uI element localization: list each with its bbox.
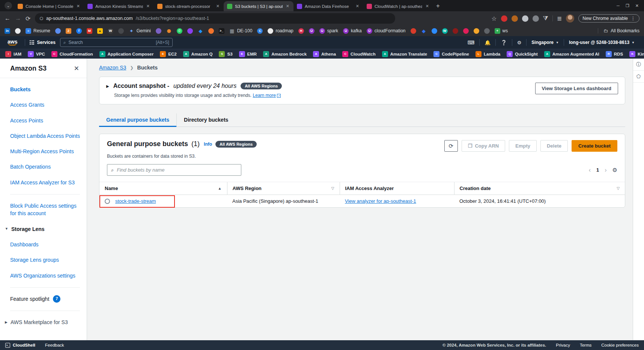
extensions-puzzle-icon[interactable]: ⧩ [543,15,548,22]
services-menu-button[interactable]: Services [30,40,55,45]
favorite-rds[interactable]: RRDS [606,51,623,57]
bookmark-terminal[interactable]: >_ [219,28,224,34]
expand-triangle-icon[interactable]: ▶ [106,84,109,88]
sidebar-item-storage-lens[interactable]: ▼Storage Lens [5,225,80,233]
account-menu[interactable]: long-user @ 5248-1038-8613 ▼ [564,40,639,45]
sidebar-item-buckets[interactable]: Buckets [10,86,80,93]
bookmark-github[interactable] [15,28,21,34]
favorite-kinesis[interactable]: KKinesis [629,51,644,57]
bucket-name-link[interactable]: stock-trade-stream [115,198,156,204]
empty-button[interactable]: Empty [509,140,537,152]
page-number[interactable]: 1 [596,167,599,173]
favorite-quicksight[interactable]: QQuickSight [507,51,538,57]
sidebar-item-batch-operations[interactable]: Batch Operations [10,163,80,170]
favorite-cloudformation[interactable]: CCloudFormation [51,51,93,57]
favorite-iam[interactable]: IIAM [5,51,21,57]
bookmark-zoom[interactable] [432,28,437,34]
bookmark-whatsapp[interactable]: ✆ [177,28,182,34]
sidebar-item-block-public-access-settings-for-this-ac[interactable]: Block Public Access settings for this ac… [10,202,80,217]
find-buckets-input[interactable]: ⌕ Find buckets by name [107,164,241,176]
bookmark-cloudformation-bm[interactable]: ÜcloudFormation [367,28,406,34]
bookmark-de-100[interactable]: ▦DE-100 [229,28,253,34]
browser-tab-stock-stream-processor[interactable]: stock-stream-processor✕ [154,1,224,11]
cookie-extension-icon[interactable] [512,15,518,22]
restore-button[interactable]: ❐ [626,3,629,8]
bookmark-spark[interactable]: Üspark [319,28,338,34]
favorite-amazon-q[interactable]: AAmazon Q [183,51,213,57]
arc-extension-icon[interactable] [522,15,528,22]
column-header-created[interactable]: Creation date▽ [454,182,625,195]
sidebar-item-dashboards[interactable]: Dashboards [10,241,80,248]
bookmark-ws[interactable]: +ws [495,28,508,34]
table-preferences-icon[interactable]: ⚙ [612,167,617,173]
minimize-button[interactable]: ─ [617,3,620,8]
browser-tab-cloudwatch-ap-southea[interactable]: CloudWatch | ap-southea✕ [363,1,433,11]
bookmark-h-badge[interactable]: H [298,28,304,34]
bookmark-w-teal[interactable]: W [442,28,448,34]
sidebar-item-iam-access-analyzer-for-s3[interactable]: IAM Access Analyzer for S3 [10,179,80,186]
back-button[interactable]: ← [5,15,11,22]
bookmark-dark-gear[interactable] [484,28,490,34]
new-tab-button[interactable]: + [433,0,443,11]
favorite-s3[interactable]: SS3 [219,51,232,57]
bookmark-messenger[interactable] [187,28,193,34]
sidebar-item-feature-spotlight[interactable]: Feature spotlight7 [10,295,80,303]
favorite-codepipeline[interactable]: CCodePipeline [433,51,469,57]
create-bucket-button[interactable]: Create bucket [572,140,617,152]
bookmark-facebook[interactable]: f [76,28,82,34]
favorite-ec2[interactable]: EEC2 [160,51,176,57]
reload-button[interactable]: ⟳ [26,15,30,22]
column-header-region[interactable]: AWS Region▽ [227,182,340,195]
chrome-update-button[interactable]: New Chrome available ⋮ [578,14,639,23]
browser-tab-s3-buckets-s3-ap-sout[interactable]: S3 buckets | S3 | ap-sout✕ [224,1,293,11]
bookmark-c-circle[interactable]: C [257,28,263,34]
tab-close-icon[interactable]: ✕ [215,4,220,9]
tab-search-button[interactable]: ⌄ [5,2,12,9]
sidebar-item-access-points[interactable]: Access Points [10,117,80,124]
bookmark-google-drive[interactable]: ▲ [97,28,103,34]
region-selector[interactable]: Singapore ▼ [527,40,564,45]
bookmark-flame[interactable] [208,28,214,34]
sidebar-item-multi-region-access-points[interactable]: Multi-Region Access Points [10,148,80,155]
close-window-button[interactable]: ✕ [635,3,639,8]
aws-search-input[interactable]: ⌕ Search [Alt+S] [60,38,173,47]
sort-ascending-icon[interactable]: ▲ [218,186,222,190]
bookmark-maple[interactable] [411,28,416,34]
view-analyzer-link[interactable]: View analyzer for ap-southeast-1 [345,198,416,204]
bookmark-gmail[interactable]: M [87,28,92,34]
tab-general-purpose-buckets[interactable]: General purpose buckets [99,113,176,127]
sidebar-item-access-grants[interactable]: Access Grants [10,101,80,109]
bookmark-leetcode[interactable]: 2 [66,28,71,34]
column-header-analyzer[interactable]: IAM Access Analyzer [340,182,454,195]
favorite-lambda[interactable]: LLambda [475,51,500,57]
feedback-button[interactable]: Feedback [45,343,64,347]
aws-logo[interactable]: aws [5,39,20,46]
learn-more-link[interactable]: Learn more [253,93,276,98]
favorite-amazon-augmented-ai[interactable]: AAmazon Augmented AI [544,51,599,57]
favorite-amazon-bedrock[interactable]: AAmazon Bedrock [263,51,307,57]
bookmark-gem[interactable]: ◆ [198,28,203,34]
breadcrumb-root-link[interactable]: Amazon S3 [99,65,126,71]
browser-tab-amazon-data-firehose[interactable]: Amazon Data Firehose✕ [293,1,363,11]
tab-close-icon[interactable]: ✕ [355,4,360,9]
bookmark-bot[interactable] [156,28,161,34]
site-info-icon[interactable]: ⛭ [39,16,43,21]
grey-extension-icon[interactable] [533,15,539,22]
delete-button[interactable]: Delete [540,140,568,152]
info-link[interactable]: Info [204,142,212,147]
cloudshell-button[interactable]: >_ CloudShell [5,343,35,348]
browser-tab-console-home-console[interactable]: Console Home | Console✕ [14,1,84,11]
bookmark-emoji-face[interactable] [474,28,479,34]
vpn-extension-icon[interactable] [501,15,507,22]
bookmark-u-badge[interactable]: Ü [309,28,314,34]
view-storage-lens-dashboard-button[interactable]: View Storage Lens dashboard [535,83,618,94]
filter-icon[interactable]: ▽ [617,186,620,190]
tab-close-icon[interactable]: ✕ [285,4,290,9]
bookmark-roadmap[interactable]: roadmap [268,28,293,34]
privacy-link[interactable]: Privacy [556,343,570,347]
sidebar-item-object-lambda-access-points[interactable]: Object Lambda Access Points [10,132,80,140]
tab-close-icon[interactable]: ✕ [76,4,81,9]
profile-avatar[interactable] [566,14,574,23]
info-panel-icon[interactable]: ⓘ [633,59,644,71]
favorite-cloudwatch[interactable]: CCloudWatch [342,51,376,57]
